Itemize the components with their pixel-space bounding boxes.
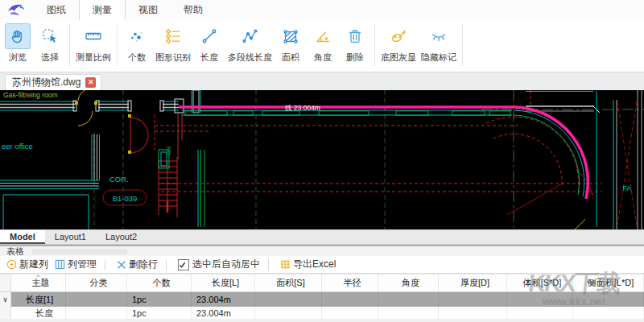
angle-button[interactable]: 角度 [307,23,339,64]
app-logo-icon[interactable] [6,2,27,18]
col-header-side-area[interactable]: 侧面积[L*D] [573,275,644,291]
cell-angle [378,292,439,307]
menu-item-drawing[interactable]: 图纸 [34,0,79,19]
delete-button[interactable]: 删除 [339,23,371,64]
col-header-volume[interactable]: 体积[S*D] [507,275,573,291]
tab-model[interactable]: Model [0,230,45,244]
dim-background-button[interactable]: 底图灰显 [378,23,419,64]
delete-row-button[interactable]: 删除行 [117,258,158,271]
col-header-area[interactable]: 面积[S] [255,275,322,291]
cell-subject: 长度[1] [11,292,66,307]
count-label: 个数 [128,52,146,64]
cell-thickness [439,307,507,320]
corridor-label: COR. [109,175,129,184]
doors [75,90,169,168]
document-tab-title: 苏州博物馆.dwg [12,76,80,89]
col-header-category[interactable]: 分类 [66,275,127,291]
panel-drag-bar[interactable] [32,249,127,254]
shape-recognize-label: 图形识别 [155,52,191,64]
cell-category [66,307,127,320]
ruler-icon [80,23,106,49]
toolbar-separator [166,259,167,270]
hide-marks-button[interactable]: 隐藏标记 [419,23,459,64]
select-button[interactable]: 选择 [34,23,66,64]
chevron-down-icon: ∨ [2,295,8,303]
ribbon-separator [374,24,375,66]
delete-row-label: 删除行 [129,258,158,271]
length-label: 长度 [200,52,218,64]
cell-angle [378,307,439,320]
new-column-label: 新建列 [19,258,48,271]
cell-area [255,307,322,320]
measure-app-window: 图纸 测量 视图 帮助 浏览 选择 [0,0,644,322]
cell-length: 23.004m [192,292,255,307]
col-header-thickness[interactable]: 厚度[D] [439,275,507,291]
menu-item-help[interactable]: 帮助 [171,0,216,19]
table-row-selected[interactable]: ∨ 长度[1] 1pc 23.004m [0,292,644,307]
cad-drawing: Gas-filtreing room eer office COR. B1-03… [0,90,644,229]
eye-closed-icon [426,23,452,49]
new-column-button[interactable]: 新建列 [6,258,48,271]
column-manage-label: 列管理 [68,258,97,271]
col-header-length[interactable]: 长度[L] [192,275,255,291]
ribbon-separator [462,24,463,66]
hand-pan-icon [5,23,31,49]
row-head [0,307,11,320]
cad-canvas[interactable]: Gas-filtreing room eer office COR. B1-03… [0,90,644,229]
dim-background-label: 底图灰显 [381,52,416,64]
tab-layout1[interactable]: Layout1 [45,230,96,244]
close-document-icon[interactable]: ✕ [85,77,96,88]
tab-layout2[interactable]: Layout2 [96,230,147,244]
measurement-table: ^ 主题 分类 个数 长度[L] 面积[S] 半径 角度 厚度[D] 体积[S*… [0,274,644,320]
angle-label: 角度 [314,52,332,64]
measure-scale-label: 测量比例 [76,52,111,64]
area-button[interactable]: 面积 [275,23,307,64]
auto-center-checkbox[interactable]: 选中后自动居中 [178,258,260,271]
cursor-select-icon [37,23,63,49]
length-button[interactable]: 长度 [193,23,225,64]
export-excel-label: 导出Excel [293,258,336,271]
col-header-radius[interactable]: 半径 [322,275,378,291]
menu-item-measure[interactable]: 测量 [79,0,126,20]
menu-item-view[interactable]: 视图 [126,0,171,19]
columns-icon [55,259,65,270]
excel-icon [280,259,291,270]
col-header-angle[interactable]: 角度 [378,275,439,291]
document-tab-bar: 苏州博物馆.dwg ✕ [0,72,644,90]
measurement-label: 线 23.004m [285,104,320,112]
shape-recognize-button[interactable]: 图形识别 [153,23,193,64]
layout-tab-bar: Model Layout1 Layout2 [0,229,644,244]
col-header-count[interactable]: 个数 [127,275,192,291]
document-tab[interactable]: 苏州博物馆.dwg ✕ [5,74,101,90]
area-label: 面积 [282,52,299,64]
ribbon-toolbar: 浏览 选择 测量比例 [0,19,644,72]
measured-polyline-highlight[interactable] [179,107,588,199]
length-segment-icon [196,23,222,49]
cell-length: 23.004m [192,307,255,320]
polyline-length-label: 多段线长度 [228,52,272,64]
right-shaft [597,90,642,229]
count-button[interactable]: 个数 [121,23,153,64]
table-filler [0,319,644,322]
select-label: 选择 [41,52,59,64]
palette-icon [386,23,411,49]
trash-icon [342,23,368,49]
sort-asc-icon: ^ [37,275,40,280]
door-tag-label: ON [166,147,171,155]
measure-scale-button[interactable]: 测量比例 [73,23,114,64]
hide-marks-label: 隐藏标记 [421,52,456,64]
column-manage-button[interactable]: 列管理 [55,258,97,271]
cell-side-area [573,307,644,320]
shape-recognize-icon [160,23,186,49]
row-expander[interactable]: ∨ [0,292,11,307]
col-header-subject[interactable]: ^ 主题 [11,275,66,291]
cell-thickness [439,292,507,307]
cell-category [66,292,127,307]
cell-volume [507,292,573,307]
export-excel-button[interactable]: 导出Excel [280,258,336,271]
cell-volume [507,307,573,320]
browse-button[interactable]: 浏览 [2,23,34,64]
menu-bar: 图纸 测量 视图 帮助 [0,0,644,20]
polyline-length-button[interactable]: 多段线长度 [225,23,275,64]
cell-side-area [573,292,644,307]
